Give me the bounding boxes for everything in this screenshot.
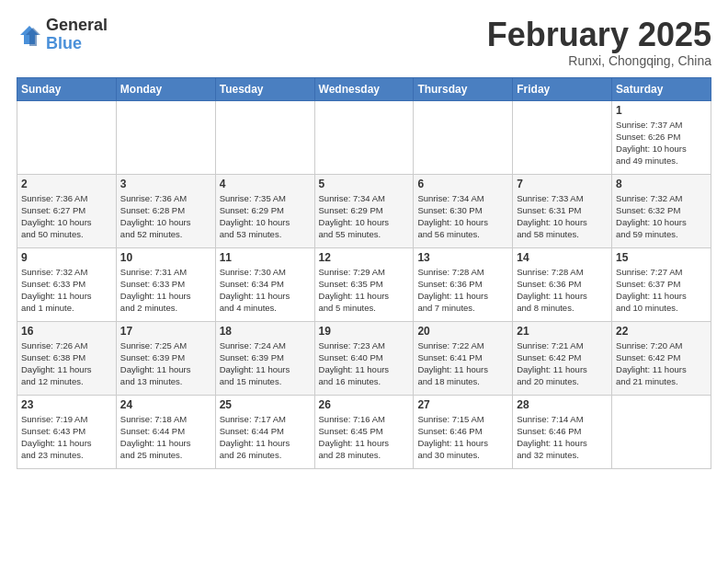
day-number: 3 <box>120 178 211 190</box>
table-row: 27Sunrise: 7:15 AM Sunset: 6:46 PM Dayli… <box>414 395 513 468</box>
day-number: 4 <box>220 178 311 190</box>
table-row: 5Sunrise: 7:34 AM Sunset: 6:29 PM Daylig… <box>314 174 414 247</box>
day-info: Sunrise: 7:19 AM Sunset: 6:43 PM Dayligh… <box>21 413 112 462</box>
table-row <box>17 100 117 174</box>
title-section: February 2025 Runxi, Chongqing, China <box>487 17 711 68</box>
day-info: Sunrise: 7:23 AM Sunset: 6:40 PM Dayligh… <box>319 339 410 388</box>
table-row: 17Sunrise: 7:25 AM Sunset: 6:39 PM Dayli… <box>116 321 215 395</box>
table-row: 7Sunrise: 7:33 AM Sunset: 6:31 PM Daylig… <box>513 174 612 247</box>
day-number: 16 <box>21 325 112 338</box>
table-row <box>215 100 314 174</box>
header-sunday: Sunday <box>17 77 117 100</box>
table-row: 13Sunrise: 7:28 AM Sunset: 6:36 PM Dayli… <box>414 247 513 321</box>
day-info: Sunrise: 7:25 AM Sunset: 6:39 PM Dayligh… <box>120 339 211 388</box>
day-number: 26 <box>319 398 410 411</box>
header-friday: Friday <box>513 77 612 100</box>
day-number: 6 <box>417 178 508 190</box>
table-row: 6Sunrise: 7:34 AM Sunset: 6:30 PM Daylig… <box>414 174 513 247</box>
day-number: 2 <box>21 178 112 190</box>
table-row: 22Sunrise: 7:20 AM Sunset: 6:42 PM Dayli… <box>612 321 711 395</box>
day-info: Sunrise: 7:31 AM Sunset: 6:33 PM Dayligh… <box>120 266 211 315</box>
day-number: 10 <box>120 251 211 264</box>
day-info: Sunrise: 7:18 AM Sunset: 6:44 PM Dayligh… <box>120 413 211 462</box>
day-number: 13 <box>417 251 508 264</box>
day-number: 8 <box>616 178 707 190</box>
day-number: 15 <box>616 251 707 264</box>
table-row: 14Sunrise: 7:28 AM Sunset: 6:36 PM Dayli… <box>513 247 612 321</box>
day-info: Sunrise: 7:32 AM Sunset: 6:32 PM Dayligh… <box>616 192 707 241</box>
day-number: 5 <box>319 178 410 190</box>
month-title: February 2025 <box>487 17 711 53</box>
logo-icon <box>17 22 42 48</box>
table-row <box>612 395 711 468</box>
day-info: Sunrise: 7:28 AM Sunset: 6:36 PM Dayligh… <box>517 266 608 315</box>
header-monday: Monday <box>116 77 215 100</box>
header: General Blue February 2025 Runxi, Chongq… <box>17 17 711 68</box>
day-number: 25 <box>220 398 311 411</box>
table-row: 10Sunrise: 7:31 AM Sunset: 6:33 PM Dayli… <box>116 247 215 321</box>
calendar-week-row: 2Sunrise: 7:36 AM Sunset: 6:27 PM Daylig… <box>17 174 711 247</box>
day-info: Sunrise: 7:28 AM Sunset: 6:36 PM Dayligh… <box>417 266 508 315</box>
table-row: 8Sunrise: 7:32 AM Sunset: 6:32 PM Daylig… <box>612 174 711 247</box>
header-thursday: Thursday <box>414 77 513 100</box>
table-row: 26Sunrise: 7:16 AM Sunset: 6:45 PM Dayli… <box>314 395 414 468</box>
logo: General Blue <box>17 17 108 53</box>
table-row: 24Sunrise: 7:18 AM Sunset: 6:44 PM Dayli… <box>116 395 215 468</box>
logo-general: General <box>46 17 108 35</box>
day-number: 24 <box>120 398 211 411</box>
table-row: 23Sunrise: 7:19 AM Sunset: 6:43 PM Dayli… <box>17 395 117 468</box>
day-info: Sunrise: 7:33 AM Sunset: 6:31 PM Dayligh… <box>517 192 608 241</box>
header-tuesday: Tuesday <box>215 77 314 100</box>
day-info: Sunrise: 7:30 AM Sunset: 6:34 PM Dayligh… <box>220 266 311 315</box>
day-info: Sunrise: 7:34 AM Sunset: 6:30 PM Dayligh… <box>417 192 508 241</box>
day-info: Sunrise: 7:26 AM Sunset: 6:38 PM Dayligh… <box>21 339 112 388</box>
table-row <box>414 100 513 174</box>
day-number: 11 <box>220 251 311 264</box>
table-row: 20Sunrise: 7:22 AM Sunset: 6:41 PM Dayli… <box>414 321 513 395</box>
table-row: 4Sunrise: 7:35 AM Sunset: 6:29 PM Daylig… <box>215 174 314 247</box>
calendar-week-row: 23Sunrise: 7:19 AM Sunset: 6:43 PM Dayli… <box>17 395 711 468</box>
day-info: Sunrise: 7:36 AM Sunset: 6:28 PM Dayligh… <box>120 192 211 241</box>
table-row: 12Sunrise: 7:29 AM Sunset: 6:35 PM Dayli… <box>314 247 414 321</box>
day-info: Sunrise: 7:22 AM Sunset: 6:41 PM Dayligh… <box>417 339 508 388</box>
calendar-table: Sunday Monday Tuesday Wednesday Thursday… <box>17 77 711 469</box>
table-row: 2Sunrise: 7:36 AM Sunset: 6:27 PM Daylig… <box>17 174 117 247</box>
table-row: 16Sunrise: 7:26 AM Sunset: 6:38 PM Dayli… <box>17 321 117 395</box>
day-info: Sunrise: 7:14 AM Sunset: 6:46 PM Dayligh… <box>517 413 608 462</box>
day-info: Sunrise: 7:20 AM Sunset: 6:42 PM Dayligh… <box>616 339 707 388</box>
day-number: 14 <box>517 251 608 264</box>
day-number: 9 <box>21 251 112 264</box>
header-wednesday: Wednesday <box>314 77 414 100</box>
day-number: 20 <box>417 325 508 338</box>
day-number: 12 <box>319 251 410 264</box>
day-info: Sunrise: 7:24 AM Sunset: 6:39 PM Dayligh… <box>220 339 311 388</box>
day-info: Sunrise: 7:15 AM Sunset: 6:46 PM Dayligh… <box>417 413 508 462</box>
day-number: 7 <box>517 178 608 190</box>
day-info: Sunrise: 7:34 AM Sunset: 6:29 PM Dayligh… <box>319 192 410 241</box>
day-number: 19 <box>319 325 410 338</box>
day-number: 23 <box>21 398 112 411</box>
day-number: 21 <box>517 325 608 338</box>
calendar-week-row: 16Sunrise: 7:26 AM Sunset: 6:38 PM Dayli… <box>17 321 711 395</box>
day-number: 17 <box>120 325 211 338</box>
day-info: Sunrise: 7:16 AM Sunset: 6:45 PM Dayligh… <box>319 413 410 462</box>
day-info: Sunrise: 7:36 AM Sunset: 6:27 PM Dayligh… <box>21 192 112 241</box>
location: Runxi, Chongqing, China <box>487 53 711 68</box>
table-row: 15Sunrise: 7:27 AM Sunset: 6:37 PM Dayli… <box>612 247 711 321</box>
day-info: Sunrise: 7:17 AM Sunset: 6:44 PM Dayligh… <box>220 413 311 462</box>
table-row: 3Sunrise: 7:36 AM Sunset: 6:28 PM Daylig… <box>116 174 215 247</box>
day-info: Sunrise: 7:29 AM Sunset: 6:35 PM Dayligh… <box>319 266 410 315</box>
table-row: 1Sunrise: 7:37 AM Sunset: 6:26 PM Daylig… <box>612 100 711 174</box>
day-info: Sunrise: 7:27 AM Sunset: 6:37 PM Dayligh… <box>616 266 707 315</box>
logo-blue: Blue <box>46 35 108 53</box>
day-number: 1 <box>616 104 707 117</box>
day-number: 27 <box>417 398 508 411</box>
table-row: 21Sunrise: 7:21 AM Sunset: 6:42 PM Dayli… <box>513 321 612 395</box>
table-row: 25Sunrise: 7:17 AM Sunset: 6:44 PM Dayli… <box>215 395 314 468</box>
day-number: 28 <box>517 398 608 411</box>
table-row <box>314 100 414 174</box>
day-info: Sunrise: 7:32 AM Sunset: 6:33 PM Dayligh… <box>21 266 112 315</box>
logo-text: General Blue <box>46 17 108 53</box>
table-row: 18Sunrise: 7:24 AM Sunset: 6:39 PM Dayli… <box>215 321 314 395</box>
table-row: 9Sunrise: 7:32 AM Sunset: 6:33 PM Daylig… <box>17 247 117 321</box>
